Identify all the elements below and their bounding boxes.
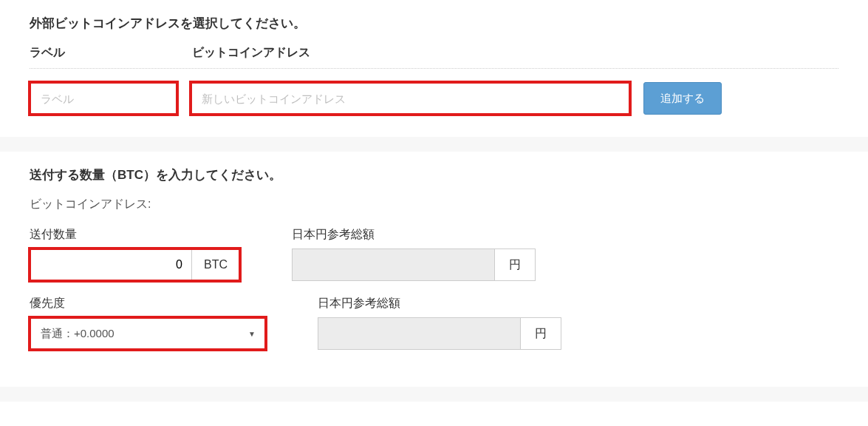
jpy-field-2: 日本円参考総額 円 — [318, 296, 561, 350]
priority-field: 優先度 普通：+0.0000 ▼ — [30, 296, 266, 350]
header-label: ラベル — [30, 45, 177, 61]
jpy-input-1 — [292, 248, 495, 281]
address-select-section: 外部ビットコインアドレスを選択してください。 ラベル ビットコインアドレス 追加… — [0, 0, 868, 137]
jpy-label-1: 日本円参考総額 — [292, 227, 536, 243]
quantity-input-group: BTC — [30, 248, 240, 281]
section2-title: 送付する数量（BTC）を入力してください。 — [30, 166, 838, 183]
jpy-unit-1: 円 — [495, 248, 536, 281]
jpy-input-group-1: 円 — [292, 248, 536, 281]
quantity-field: 送付数量 BTC — [30, 227, 240, 281]
priority-select[interactable]: 普通：+0.0000 — [30, 317, 266, 350]
priority-label: 優先度 — [30, 296, 266, 311]
priority-row: 優先度 普通：+0.0000 ▼ 日本円参考総額 円 — [30, 296, 838, 350]
label-input[interactable] — [30, 82, 177, 115]
jpy-unit-2: 円 — [521, 317, 561, 350]
quantity-unit: BTC — [192, 248, 240, 281]
quantity-input[interactable] — [30, 248, 192, 281]
bottom-gap — [0, 387, 868, 402]
amount-row: 送付数量 BTC 日本円参考総額 円 — [30, 227, 838, 281]
priority-select-wrap: 普通：+0.0000 ▼ — [30, 317, 266, 350]
address-line: ビットコインアドレス: — [30, 197, 838, 212]
header-address: ビットコインアドレス — [192, 45, 838, 61]
add-button[interactable]: 追加する — [643, 82, 722, 115]
address-table-header: ラベル ビットコインアドレス — [30, 45, 838, 69]
jpy-input-2 — [318, 317, 521, 350]
jpy-field-1: 日本円参考総額 円 — [292, 227, 536, 281]
quantity-label: 送付数量 — [30, 227, 240, 243]
section1-title: 外部ビットコインアドレスを選択してください。 — [30, 15, 838, 32]
jpy-label-2: 日本円参考総額 — [318, 296, 561, 311]
add-address-row: 追加する — [30, 82, 838, 115]
bitcoin-address-input[interactable] — [191, 82, 630, 115]
section-gap — [0, 137, 868, 152]
send-amount-section: 送付する数量（BTC）を入力してください。 ビットコインアドレス: 送付数量 B… — [0, 152, 868, 387]
jpy-input-group-2: 円 — [318, 317, 561, 350]
